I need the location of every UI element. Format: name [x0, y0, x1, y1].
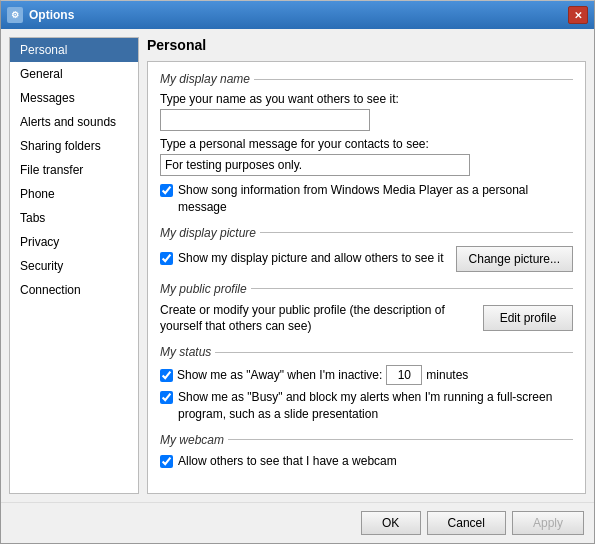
- public-profile-header: My public profile: [160, 282, 247, 296]
- public-profile-section: My public profile Create or modify your …: [160, 282, 573, 336]
- public-profile-desc: Create or modify your public profile (th…: [160, 302, 473, 336]
- content-area: Personal General Messages Alerts and sou…: [1, 29, 594, 502]
- sidebar: Personal General Messages Alerts and sou…: [9, 37, 139, 494]
- display-picture-header-row: My display picture: [160, 226, 573, 240]
- titlebar-title-group: ⚙ Options: [7, 7, 74, 23]
- away-minutes-suffix: minutes: [426, 367, 468, 384]
- sidebar-item-sharing-folders[interactable]: Sharing folders: [10, 134, 138, 158]
- webcam-header: My webcam: [160, 433, 224, 447]
- display-name-label1: Type your name as you want others to see…: [160, 92, 573, 106]
- change-picture-button[interactable]: Change picture...: [456, 246, 573, 272]
- away-checkbox[interactable]: [160, 369, 173, 382]
- display-name-header: My display name: [160, 72, 250, 86]
- song-info-row: Show song information from Windows Media…: [160, 182, 573, 216]
- display-name-header-row: My display name: [160, 72, 573, 86]
- display-name-divider: [254, 79, 573, 80]
- away-status-row: Show me as "Away" when I'm inactive: min…: [160, 365, 573, 385]
- display-picture-header: My display picture: [160, 226, 256, 240]
- webcam-section: My webcam Allow others to see that I hav…: [160, 433, 573, 470]
- sidebar-item-personal[interactable]: Personal: [10, 38, 138, 62]
- display-picture-divider: [260, 232, 573, 233]
- sidebar-item-security[interactable]: Security: [10, 254, 138, 278]
- status-section: My status Show me as "Away" when I'm ina…: [160, 345, 573, 423]
- show-picture-label: Show my display picture and allow others…: [178, 250, 443, 267]
- footer: OK Cancel Apply: [1, 502, 594, 543]
- webcam-divider: [228, 439, 573, 440]
- show-picture-row: Show my display picture and allow others…: [160, 250, 446, 267]
- away-label: Show me as "Away" when I'm inactive:: [177, 367, 382, 384]
- busy-label: Show me as "Busy" and block my alerts wh…: [178, 389, 573, 423]
- display-name-input[interactable]: [160, 109, 370, 131]
- display-picture-section: My display picture Show my display pictu…: [160, 226, 573, 272]
- busy-checkbox[interactable]: [160, 391, 173, 404]
- public-profile-content: Create or modify your public profile (th…: [160, 302, 573, 336]
- edit-profile-button[interactable]: Edit profile: [483, 305, 573, 331]
- main-panel: Personal My display name Type your name …: [147, 37, 586, 494]
- sidebar-item-connection[interactable]: Connection: [10, 278, 138, 302]
- status-header: My status: [160, 345, 211, 359]
- sidebar-item-alerts-sounds[interactable]: Alerts and sounds: [10, 110, 138, 134]
- status-header-row: My status: [160, 345, 573, 359]
- sidebar-item-tabs[interactable]: Tabs: [10, 206, 138, 230]
- show-picture-checkbox[interactable]: [160, 252, 173, 265]
- display-picture-content: Show my display picture and allow others…: [160, 246, 573, 272]
- webcam-checkbox[interactable]: [160, 455, 173, 468]
- busy-status-row: Show me as "Busy" and block my alerts wh…: [160, 389, 573, 423]
- sidebar-item-messages[interactable]: Messages: [10, 86, 138, 110]
- personal-message-label: Type a personal message for your contact…: [160, 137, 573, 151]
- apply-button[interactable]: Apply: [512, 511, 584, 535]
- sidebar-item-privacy[interactable]: Privacy: [10, 230, 138, 254]
- song-info-checkbox[interactable]: [160, 184, 173, 197]
- sidebar-item-file-transfer[interactable]: File transfer: [10, 158, 138, 182]
- close-button[interactable]: ✕: [568, 6, 588, 24]
- app-icon: ⚙: [7, 7, 23, 23]
- main-content: My display name Type your name as you wa…: [147, 61, 586, 494]
- status-divider: [215, 352, 573, 353]
- webcam-row: Allow others to see that I have a webcam: [160, 453, 573, 470]
- song-info-label: Show song information from Windows Media…: [178, 182, 573, 216]
- public-profile-divider: [251, 288, 573, 289]
- ok-button[interactable]: OK: [361, 511, 421, 535]
- away-minutes-input[interactable]: [386, 365, 422, 385]
- sidebar-item-phone[interactable]: Phone: [10, 182, 138, 206]
- options-window: ⚙ Options ✕ Personal General Messages Al…: [0, 0, 595, 544]
- window-title: Options: [29, 8, 74, 22]
- cancel-button[interactable]: Cancel: [427, 511, 506, 535]
- personal-message-input[interactable]: [160, 154, 470, 176]
- webcam-label: Allow others to see that I have a webcam: [178, 453, 397, 470]
- public-profile-header-row: My public profile: [160, 282, 573, 296]
- page-title: Personal: [147, 37, 586, 53]
- webcam-header-row: My webcam: [160, 433, 573, 447]
- sidebar-item-general[interactable]: General: [10, 62, 138, 86]
- display-name-section: My display name Type your name as you wa…: [160, 72, 573, 216]
- titlebar: ⚙ Options ✕: [1, 1, 594, 29]
